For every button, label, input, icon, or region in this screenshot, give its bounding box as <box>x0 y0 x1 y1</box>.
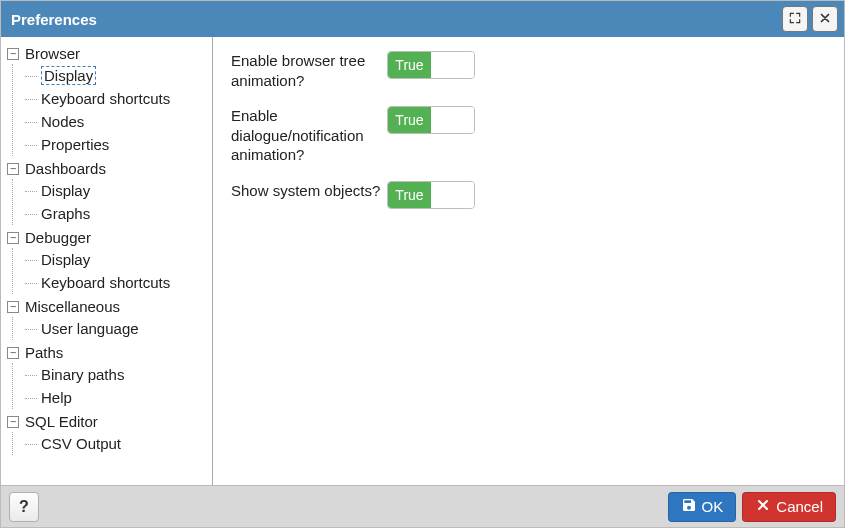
cancel-button[interactable]: Cancel <box>742 492 836 522</box>
expand-button[interactable] <box>782 6 808 32</box>
tree-group-sqleditor: − SQL Editor CSV Output <box>7 411 208 455</box>
settings-panel: Enable browser tree animation? True Enab… <box>213 37 844 485</box>
tree-item-browser-nodes[interactable]: Nodes <box>25 110 208 133</box>
tree-item-browser-display[interactable]: Display <box>25 64 208 87</box>
tree-group-header[interactable]: − Debugger <box>7 227 208 248</box>
tree-group-header[interactable]: − Paths <box>7 342 208 363</box>
ok-label: OK <box>702 498 724 515</box>
toggle-handle <box>431 182 474 208</box>
setting-row: Show system objects? True <box>231 181 826 209</box>
ok-button[interactable]: OK <box>668 492 737 522</box>
tree-children: Display Graphs <box>12 179 208 225</box>
tree-group-paths: − Paths Binary paths Help <box>7 342 208 409</box>
tree-group-label: SQL Editor <box>25 413 98 430</box>
collapse-icon: − <box>7 232 19 244</box>
tree-item-misc-language[interactable]: User language <box>25 317 208 340</box>
collapse-icon: − <box>7 301 19 313</box>
tree-group-label: Browser <box>25 45 80 62</box>
toggle-value: True <box>388 107 431 133</box>
toggle-handle <box>431 107 474 133</box>
collapse-icon: − <box>7 347 19 359</box>
tree-item-paths-binary[interactable]: Binary paths <box>25 363 208 386</box>
tree-item-debugger-display[interactable]: Display <box>25 248 208 271</box>
tree-children: Binary paths Help <box>12 363 208 409</box>
toggle-dialogue-animation[interactable]: True <box>387 106 475 134</box>
toggle-browser-tree-animation[interactable]: True <box>387 51 475 79</box>
help-button[interactable]: ? <box>9 492 39 522</box>
close-icon <box>818 11 832 28</box>
tree-item-browser-keyboard[interactable]: Keyboard shortcuts <box>25 87 208 110</box>
tree-group-label: Dashboards <box>25 160 106 177</box>
dialog-body: − Browser Display Keyboard shortcuts Nod… <box>1 37 844 485</box>
collapse-icon: − <box>7 416 19 428</box>
tree-group-label: Debugger <box>25 229 91 246</box>
tree-item-dashboards-display[interactable]: Display <box>25 179 208 202</box>
tree-children: Display Keyboard shortcuts Nodes Propert… <box>12 64 208 156</box>
help-icon: ? <box>19 498 29 516</box>
toggle-value: True <box>388 52 431 78</box>
preferences-tree: − Browser Display Keyboard shortcuts Nod… <box>7 43 208 455</box>
tree-item-paths-help[interactable]: Help <box>25 386 208 409</box>
tree-item-debugger-keyboard[interactable]: Keyboard shortcuts <box>25 271 208 294</box>
tree-group-header[interactable]: − Miscellaneous <box>7 296 208 317</box>
tree-group-label: Paths <box>25 344 63 361</box>
tree-children: CSV Output <box>12 432 208 455</box>
cancel-label: Cancel <box>776 498 823 515</box>
cancel-icon <box>755 497 776 516</box>
tree-group-dashboards: − Dashboards Display Graphs <box>7 158 208 225</box>
collapse-icon: − <box>7 163 19 175</box>
close-button[interactable] <box>812 6 838 32</box>
setting-label: Enable dialogue/notification animation? <box>231 106 381 165</box>
setting-row: Enable browser tree animation? True <box>231 51 826 90</box>
tree-children: Display Keyboard shortcuts <box>12 248 208 294</box>
dialog-title: Preferences <box>11 11 778 28</box>
tree-item-browser-properties[interactable]: Properties <box>25 133 208 156</box>
tree-group-miscellaneous: − Miscellaneous User language <box>7 296 208 340</box>
tree-group-label: Miscellaneous <box>25 298 120 315</box>
setting-label: Enable browser tree animation? <box>231 51 381 90</box>
save-icon <box>681 497 702 516</box>
tree-group-header[interactable]: − SQL Editor <box>7 411 208 432</box>
tree-children: User language <box>12 317 208 340</box>
tree-item-sql-csv[interactable]: CSV Output <box>25 432 208 455</box>
collapse-icon: − <box>7 48 19 60</box>
tree-group-header[interactable]: − Browser <box>7 43 208 64</box>
setting-row: Enable dialogue/notification animation? … <box>231 106 826 165</box>
titlebar: Preferences <box>1 1 844 37</box>
toggle-system-objects[interactable]: True <box>387 181 475 209</box>
tree-group-browser: − Browser Display Keyboard shortcuts Nod… <box>7 43 208 156</box>
setting-label: Show system objects? <box>231 181 381 201</box>
tree-group-debugger: − Debugger Display Keyboard shortcuts <box>7 227 208 294</box>
dialog-footer: ? OK Cancel <box>1 485 844 527</box>
expand-icon <box>788 11 802 28</box>
tree-item-dashboards-graphs[interactable]: Graphs <box>25 202 208 225</box>
toggle-value: True <box>388 182 431 208</box>
toggle-handle <box>431 52 474 78</box>
sidebar: − Browser Display Keyboard shortcuts Nod… <box>1 37 213 485</box>
tree-group-header[interactable]: − Dashboards <box>7 158 208 179</box>
preferences-dialog: Preferences − Browser Displa <box>0 0 845 528</box>
